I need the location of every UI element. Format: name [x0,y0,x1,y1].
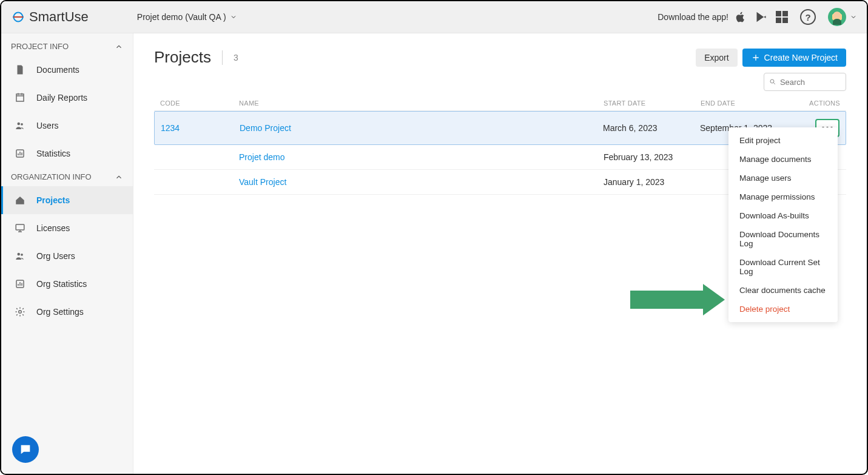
page-header: Projects 3 Export Create New Project [154,48,846,67]
monitor-icon [15,223,25,234]
project-start-date: February 13, 2023 [604,152,701,162]
col-name[interactable]: NAME [239,99,604,107]
sidebar-section-org-info[interactable]: ORGANIZATION INFO [1,167,133,186]
project-switcher[interactable]: Projet demo (Vault QA ) [137,12,237,22]
sidebar-item-label: Statistics [36,149,70,158]
sidebar-item-label: Daily Reports [36,93,87,103]
chart-icon [15,278,25,289]
table-header: CODE NAME START DATE END DATE ACTIONS [154,96,846,111]
sidebar-item-label: Documents [36,65,79,75]
col-end[interactable]: END DATE [701,99,798,107]
chevron-down-icon [850,13,857,21]
svg-point-6 [21,254,23,256]
export-button[interactable]: Export [696,49,737,67]
menu-download-docs-log[interactable]: Download Documents Log [728,225,838,253]
row-actions-menu: Edit project Manage documents Manage use… [728,127,838,322]
sidebar-item-org-users[interactable]: Org Users [1,242,133,270]
menu-clear-cache[interactable]: Clear documents cache [728,281,838,300]
col-code[interactable]: CODE [160,99,239,107]
menu-manage-documents[interactable]: Manage documents [728,150,838,169]
col-start[interactable]: START DATE [604,99,701,107]
top-bar: SmartUse Projet demo (Vault QA ) Downloa… [1,1,867,33]
sidebar-item-label: Org Statistics [36,279,87,289]
menu-manage-permissions[interactable]: Manage permissions [728,187,838,206]
brand-name: SmartUse [29,9,89,25]
chart-icon [15,148,25,159]
svg-point-1 [18,123,21,126]
menu-delete-project[interactable]: Delete project [728,300,838,318]
chevron-down-icon [230,13,237,21]
sidebar-item-licenses[interactable]: Licenses [1,214,133,242]
sidebar-item-org-settings[interactable]: Org Settings [1,298,133,326]
menu-manage-users[interactable]: Manage users [728,169,838,187]
sidebar-item-label: Users [36,121,59,130]
play-store-icon[interactable] [755,11,767,23]
svg-rect-4 [16,224,24,230]
project-count: 3 [234,53,238,62]
project-name[interactable]: Vault Project [239,177,604,187]
chevron-up-icon [115,42,123,51]
annotation-arrow [630,284,725,315]
plus-icon [751,53,761,62]
col-actions: ACTIONS [798,99,840,107]
avatar [828,8,846,26]
sidebar-item-label: Projects [36,195,70,205]
brand-icon [11,10,25,24]
document-icon [15,64,25,75]
svg-point-5 [18,253,21,256]
sidebar: PROJECT INFO Documents Daily Reports Use… [1,33,133,474]
sidebar-item-org-statistics[interactable]: Org Statistics [1,270,133,298]
project-start-date: March 6, 2023 [603,123,700,133]
chat-icon [19,443,32,456]
project-name[interactable]: Projet demo [239,152,604,162]
svg-point-8 [19,311,22,314]
sidebar-section-project-info[interactable]: PROJECT INFO [1,37,133,56]
calendar-icon [15,92,25,103]
sidebar-item-projects[interactable]: Projects [1,186,133,214]
menu-download-set-log[interactable]: Download Current Set Log [728,253,838,281]
search-input[interactable] [780,78,841,87]
project-start-date: January 1, 2023 [604,177,701,187]
help-button[interactable]: ? [800,9,816,25]
create-project-button[interactable]: Create New Project [742,49,846,67]
menu-download-asbuilts[interactable]: Download As-builts [728,206,838,225]
projects-icon [15,195,25,206]
sidebar-item-daily-reports[interactable]: Daily Reports [1,84,133,112]
windows-icon[interactable] [776,11,788,23]
sidebar-item-users[interactable]: Users [1,112,133,140]
button-label: Export [704,53,728,62]
users-icon [15,251,25,261]
chevron-up-icon [115,173,123,181]
gear-icon [15,306,25,317]
apple-icon[interactable] [735,11,747,23]
svg-point-9 [770,79,774,83]
chat-support-button[interactable] [12,436,39,463]
users-icon [15,120,25,131]
sidebar-section-label: PROJECT INFO [11,42,69,51]
platform-icons [735,11,788,23]
page-title: Projects [154,48,211,67]
button-label: Create New Project [764,53,838,62]
project-name[interactable]: Demo Project [240,123,603,133]
download-app-label: Download the app! [658,12,728,22]
sidebar-item-statistics[interactable]: Statistics [1,140,133,167]
svg-point-2 [21,123,23,126]
search-icon [769,78,776,86]
sidebar-item-label: Org Users [36,251,75,261]
project-switcher-label: Projet demo (Vault QA ) [137,12,226,22]
search-box[interactable] [764,73,846,91]
sidebar-item-label: Org Settings [36,307,84,317]
menu-edit-project[interactable]: Edit project [728,131,838,150]
divider [222,50,223,65]
sidebar-section-label: ORGANIZATION INFO [11,172,92,181]
sidebar-item-documents[interactable]: Documents [1,56,133,84]
project-code[interactable]: 1234 [161,123,240,133]
sidebar-item-label: Licenses [36,223,70,233]
user-menu[interactable] [828,8,857,26]
brand-logo[interactable]: SmartUse [11,9,89,25]
